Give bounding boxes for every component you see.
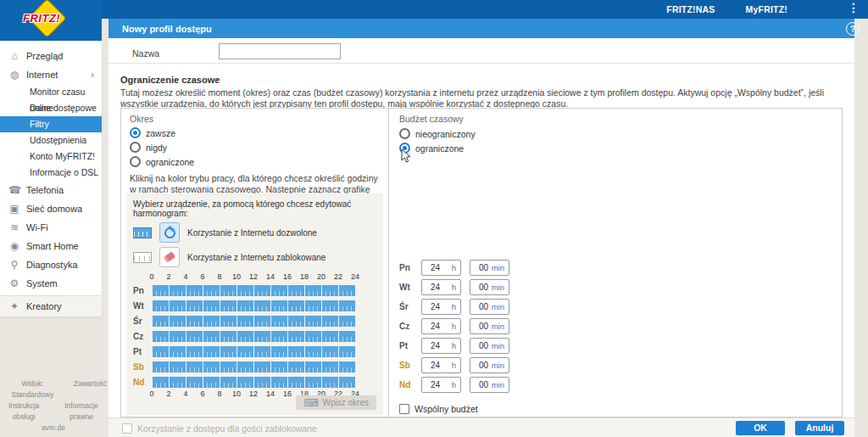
hours-unit: h: [452, 341, 456, 350]
eraser-icon: [164, 251, 175, 262]
schedule-bar-pt[interactable]: [152, 346, 355, 357]
sidebar-item-system[interactable]: ⚙System: [0, 274, 102, 293]
sidebar-item-label: System: [26, 278, 58, 289]
guest-access-label: Korzystanie z dostępu dla gości zablokow…: [137, 423, 317, 434]
schedule-day-row-cz: Cz: [133, 328, 376, 344]
sidebar-item-informacje-o-dsl[interactable]: Informacje o DSL: [0, 165, 102, 181]
pen-tool-button[interactable]: [159, 222, 180, 243]
hours-value: 24: [431, 263, 440, 272]
minutes-input[interactable]: 00min: [470, 299, 509, 315]
brand-logo[interactable]: FRITZ!: [0, 0, 102, 41]
budget-row-sb: Sb24h00min: [399, 357, 518, 373]
shared-budget-checkbox[interactable]: [399, 404, 409, 414]
day-label: Nd: [133, 378, 152, 387]
eraser-tool-button[interactable]: [159, 247, 180, 267]
sidebar-item-smart-home[interactable]: ◉Smart Home: [0, 237, 102, 255]
sidebar-item-diagnostyka[interactable]: ⚲Diagnostyka: [0, 255, 102, 274]
minutes-input[interactable]: 00min: [470, 377, 509, 393]
budget-column: Budżet czasowy nieograniczonyograniczone…: [389, 109, 842, 417]
hour-tick-label: 8: [217, 272, 221, 281]
schedule-bar-pn[interactable]: [152, 285, 355, 296]
schedule-day-row-wt: Wt: [133, 298, 376, 313]
okres-option-nigdy[interactable]: nigdy: [130, 140, 380, 154]
minutes-unit: min: [492, 263, 504, 272]
minutes-input[interactable]: 00min: [470, 357, 509, 373]
name-input[interactable]: [219, 43, 341, 59]
minutes-input[interactable]: 00min: [470, 338, 509, 354]
divider: [108, 63, 854, 64]
day-label: Śr: [133, 317, 152, 326]
schedule-bar-cz[interactable]: [152, 331, 355, 342]
hour-tick-label: 10: [232, 389, 241, 398]
hours-value: 24: [431, 361, 440, 370]
sidebar-item-label: Sieć domowa: [26, 204, 82, 214]
tool-label: Korzystanie z Internetu zablokowane: [187, 253, 326, 262]
minutes-input[interactable]: 00min: [470, 279, 509, 295]
sidebar-item-siec-domowa[interactable]: ▣Sieć domowa: [0, 199, 102, 218]
minutes-unit: min: [492, 361, 504, 370]
hours-input[interactable]: 24h: [421, 357, 461, 373]
guest-access-row[interactable]: Korzystanie z dostępu dla gości zablokow…: [122, 423, 317, 434]
schedule-bar-sb[interactable]: [152, 361, 355, 373]
footer-link-avm-de[interactable]: avm.de: [42, 423, 65, 434]
okres-option-ograniczone[interactable]: ograniczone: [130, 154, 380, 169]
hours-input[interactable]: 24h: [421, 377, 461, 393]
cancel-button[interactable]: Anuluj: [795, 421, 844, 435]
hours-input[interactable]: 24h: [421, 260, 461, 276]
hour-tick-label: 14: [266, 272, 275, 281]
section-description: Tutaj możesz określić moment (okres) ora…: [120, 87, 843, 109]
sidebar-item-konto-myfritz[interactable]: Konto MyFRITZ!: [0, 148, 102, 165]
schedule-day-row-nd: Nd: [133, 374, 376, 389]
sidebar-item-telefonia[interactable]: ☎Telefonia: [0, 181, 102, 199]
shared-budget-row[interactable]: Wspólny budżet: [399, 404, 478, 414]
sidebar-item-kreatory[interactable]: ✦Kreatory: [0, 295, 102, 317]
sidebar-item-przeglad[interactable]: ⌂Przegląd: [0, 47, 102, 65]
kebab-menu-icon[interactable]: ⋮: [848, 1, 860, 14]
footer-link-zawarto[interactable]: Zawartość: [74, 378, 107, 401]
hour-tick-label: 2: [166, 389, 170, 398]
schedule-bar-r[interactable]: [152, 316, 355, 327]
sidebar-item-wi-fi[interactable]: ≋Wi-Fi: [0, 218, 102, 237]
footer-link-instrukcja-obs-ugi[interactable]: Instrukcja obsługi: [0, 401, 47, 423]
gear-icon: ⚙: [8, 277, 20, 289]
diagnostics-icon: ⚲: [8, 259, 20, 271]
footer-link-informacje-prawne[interactable]: Informacje prawne: [56, 401, 107, 423]
hours-unit: h: [452, 302, 456, 311]
ok-button[interactable]: OK: [736, 421, 785, 435]
top-header: FRITZ!NASMyFRITZ! ⋮: [0, 0, 868, 19]
sidebar-item-internet[interactable]: ◍Internet∧: [0, 65, 102, 84]
sidebar-item-monitor-czasu-online[interactable]: Monitor czasu online: [0, 84, 102, 100]
guest-access-checkbox[interactable]: [122, 423, 132, 434]
hour-tick-label: 24: [351, 272, 359, 281]
minutes-input[interactable]: 00min: [470, 318, 509, 334]
hours-value: 24: [431, 302, 440, 311]
hours-value: 24: [431, 380, 440, 389]
schedule-bar-nd[interactable]: [152, 377, 355, 388]
sidebar-item-filtry[interactable]: Filtry: [0, 116, 102, 132]
hour-tick-label: 6: [200, 272, 204, 281]
footer-link-widok-standardowy[interactable]: Widok: Standardowy: [0, 378, 65, 401]
budget-option-nieograniczony[interactable]: nieograniczony: [399, 126, 832, 141]
sidebar-item-udost-pnienia[interactable]: Udostępnienia: [0, 132, 102, 148]
enter-period-button[interactable]: ⌨ Wpisz okres: [296, 395, 376, 410]
hours-input[interactable]: 24h: [421, 279, 461, 295]
name-label: Nazwa: [132, 48, 159, 59]
hours-input[interactable]: 24h: [421, 299, 461, 315]
hours-input[interactable]: 24h: [421, 318, 461, 334]
dialog: Nazwa Ograniczenie czasowe Tutaj możesz …: [108, 38, 854, 437]
day-label: Sb: [133, 362, 152, 372]
sidebar-item-dane-dost-powe[interactable]: Dane dostępowe: [0, 100, 102, 116]
hours-input[interactable]: 24h: [421, 338, 461, 354]
budget-option-ograniczone[interactable]: ograniczone: [399, 141, 832, 155]
minutes-input[interactable]: 00min: [470, 260, 509, 276]
blocked-swatch-icon: [133, 252, 152, 263]
header-link-myfritz[interactable]: MyFRITZ!: [746, 4, 787, 14]
header-link-fritz-nas[interactable]: FRITZ!NAS: [666, 4, 715, 14]
keyboard-icon: ⌨: [303, 399, 318, 407]
day-label: Wt: [133, 301, 152, 311]
help-icon[interactable]: ?: [846, 22, 860, 36]
minutes-value: 00: [479, 263, 488, 272]
okres-option-zawsze[interactable]: zawsze: [130, 126, 380, 140]
schedule-bar-wt[interactable]: [152, 300, 355, 311]
smart-home-icon: ◉: [8, 240, 20, 252]
